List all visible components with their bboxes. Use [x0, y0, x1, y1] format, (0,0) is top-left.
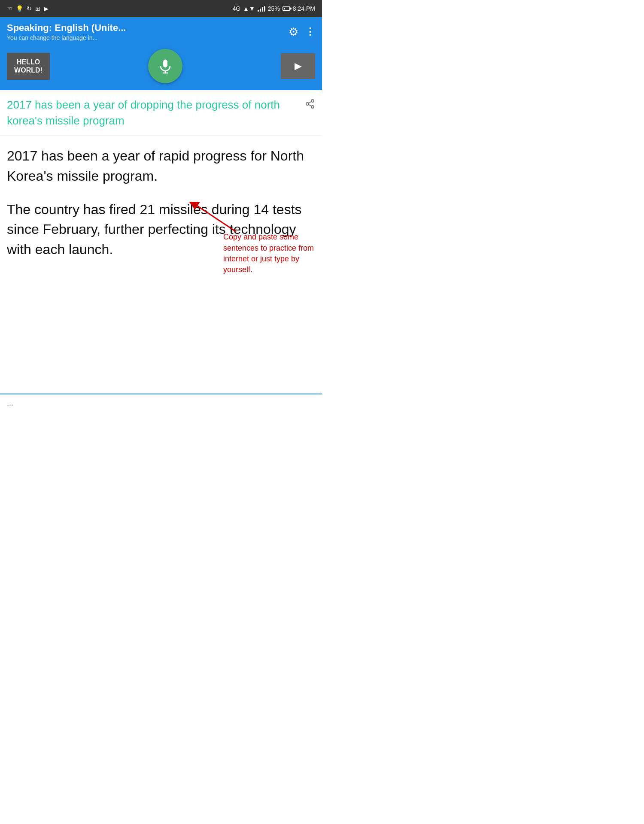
grid-icon: ⊞: [35, 5, 40, 12]
svg-point-5: [311, 106, 314, 108]
app-subtitle: You can change the language in...: [7, 34, 289, 41]
network-type: 4G: [232, 5, 240, 12]
svg-line-7: [309, 102, 312, 103]
play-triangle-icon: ▶: [295, 61, 302, 72]
microphone-button[interactable]: [148, 49, 182, 83]
svg-line-6: [309, 105, 312, 106]
settings-icon[interactable]: ⚙: [289, 25, 298, 39]
annotation-text: Copy and paste some sentences to practic…: [223, 232, 318, 275]
status-left-icons: ☜ 💡 ↻ ⊞ ▶: [7, 5, 49, 12]
battery-percent: 25%: [268, 5, 280, 12]
annotation-container: Copy and paste some sentences to practic…: [223, 227, 318, 275]
header-icons: ⚙ ⋮: [289, 25, 315, 39]
svg-rect-0: [163, 60, 167, 67]
play-button[interactable]: ▶: [281, 53, 315, 79]
microphone-icon: [158, 58, 173, 74]
translated-text: 2017 has been a year of dropping the pro…: [7, 97, 305, 128]
signal-arrows: ▲▼: [243, 5, 255, 12]
hello-world-button[interactable]: HELLOWORLD!: [7, 53, 50, 79]
svg-line-9: [197, 206, 236, 232]
app-title: Speaking: English (Unite...: [7, 22, 289, 33]
bulb-icon: 💡: [16, 5, 23, 12]
signal-bars: [258, 6, 265, 12]
original-paragraph-1: 2017 has been a year of rapid progress f…: [7, 146, 315, 186]
svg-point-4: [306, 103, 309, 105]
svg-point-3: [311, 100, 314, 102]
app-header: Speaking: English (Unite... You can chan…: [0, 17, 322, 45]
annotation-arrow: [189, 202, 240, 236]
control-bar: HELLOWORLD! ▶: [0, 45, 322, 90]
main-content: 2017 has been a year of dropping the pro…: [0, 90, 322, 280]
share-icon[interactable]: [305, 99, 315, 112]
header-title-area: Speaking: English (Unite... You can chan…: [7, 22, 289, 41]
translated-section: 2017 has been a year of dropping the pro…: [0, 90, 322, 136]
hand-icon: ☜: [7, 5, 12, 12]
battery-icon: [283, 6, 290, 11]
status-right-info: 4G ▲▼ 25% 8:24 PM: [232, 5, 315, 12]
bottom-input-area: [0, 394, 322, 412]
play-icon-status: ▶: [44, 5, 49, 12]
time: 8:24 PM: [293, 5, 315, 12]
more-options-icon[interactable]: ⋮: [305, 26, 315, 37]
text-input-field[interactable]: [7, 399, 315, 408]
sync-icon: ↻: [27, 5, 32, 12]
status-bar: ☜ 💡 ↻ ⊞ ▶ 4G ▲▼ 25% 8:24 PM: [0, 0, 322, 17]
